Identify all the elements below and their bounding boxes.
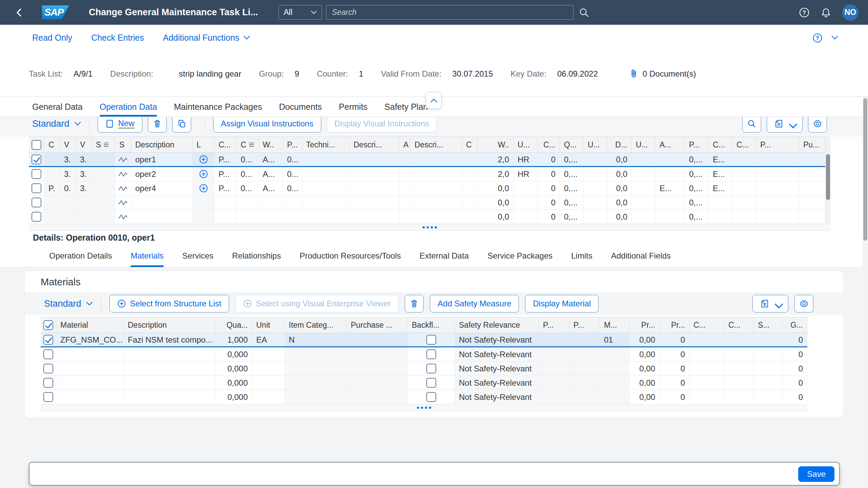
column-header-techni[interactable]: Techni... [302,137,349,152]
column-header-description[interactable]: Description [131,137,193,152]
cell[interactable] [131,196,193,209]
cell[interactable]: A... [259,181,283,195]
column-header-qua[interactable]: Qua... [216,317,252,333]
cell[interactable] [302,210,349,224]
cell[interactable]: 0,... [560,153,584,166]
cell[interactable] [513,210,538,224]
detail-tab-relationships[interactable]: Relationships [232,245,281,267]
column-header-p[interactable]: P... [569,317,600,333]
cell[interactable]: Fazi NSM test compo... [124,333,216,346]
window-scrollbar[interactable] [863,97,868,488]
operations-table-scrollbar[interactable] [825,137,831,224]
row-select-cell[interactable] [41,347,56,361]
cell[interactable] [399,210,410,224]
cell[interactable]: 0... [237,153,259,166]
cell[interactable] [799,210,825,224]
row-select-cell[interactable] [41,362,56,375]
detail-tab-external-data[interactable]: External Data [420,245,469,267]
materials-table-row[interactable]: ZFG_NSM_CO...Fazi NSM test compo...1,000… [41,333,807,347]
cell[interactable] [215,210,237,224]
cell[interactable]: 0 [538,196,560,209]
user-avatar[interactable]: NO [842,4,859,21]
row-select-checkbox[interactable] [43,392,53,402]
column-header-a[interactable]: A... [655,137,685,152]
backflush-checkbox[interactable] [426,335,436,345]
cell[interactable] [124,390,216,404]
operations-table-row[interactable]: 3.3.oper2P...0...A...0...2,0HR00,...0,00… [29,167,831,181]
cell[interactable]: 0,0 [607,153,632,166]
cell[interactable]: 0,000 [216,390,252,404]
tab-operation-data[interactable]: Operation Data [100,97,157,117]
cell[interactable]: 0,0 [607,196,632,209]
cell[interactable]: P... [215,153,237,166]
cell[interactable] [655,210,685,224]
cell[interactable]: 0... [283,167,302,181]
tab-documents[interactable]: Documents [279,97,322,117]
cell[interactable] [732,181,756,195]
operation-graph-cell[interactable] [115,196,131,209]
cell[interactable]: 0 [783,362,807,375]
context-help-icon[interactable]: ? [812,33,823,43]
cell[interactable]: 0 [538,153,560,166]
cell[interactable] [349,153,399,166]
search-input[interactable] [326,5,573,20]
column-header-w[interactable]: W.. [478,137,513,152]
cell[interactable]: 0,... [685,167,709,181]
cell[interactable] [689,376,724,390]
cell[interactable] [283,196,302,209]
column-header-unit[interactable]: Unit [252,317,285,333]
export-button[interactable] [752,295,788,312]
cell[interactable] [302,167,349,181]
cell[interactable]: A... [259,153,283,166]
cell[interactable] [756,196,799,209]
operations-table-row[interactable]: 0,000,...0,00,... [29,210,831,224]
cell[interactable]: 0 [538,210,560,224]
cell[interactable] [799,153,825,166]
export-button[interactable] [767,117,803,133]
cell[interactable] [689,362,724,375]
backflush-cell[interactable] [408,333,455,346]
row-select-checkbox[interactable] [32,155,41,164]
cell[interactable] [756,153,799,166]
cell[interactable] [689,333,724,346]
select-all-cell[interactable] [41,317,56,333]
column-header-u[interactable]: U... [513,137,538,152]
cell[interactable] [754,362,783,375]
cell[interactable] [724,362,754,375]
row-select-checkbox[interactable] [32,169,41,179]
table-settings-button[interactable] [808,117,827,133]
new-row-button[interactable]: New [98,117,142,133]
column-header-d[interactable]: D... [607,137,632,152]
column-header-c[interactable]: C... [538,137,560,152]
cell[interactable] [302,196,349,209]
row-select-cell[interactable] [41,390,56,404]
cell[interactable] [754,333,783,346]
cell[interactable] [259,210,283,224]
row-select-checkbox[interactable] [43,349,53,359]
cell[interactable] [513,181,538,195]
cell[interactable] [56,376,124,390]
cell[interactable] [410,167,462,181]
materials-table-row[interactable]: 0,000Not Safety-Relevant0,0000 [41,376,807,390]
cell[interactable]: E... [655,181,685,195]
cell[interactable]: 0 [783,333,807,346]
column-header-c[interactable]: C... [215,137,237,152]
operations-table-row[interactable]: 0,000,...0,00,... [29,196,831,210]
detail-tab-production-resources-tools[interactable]: Production Resources/Tools [300,245,401,267]
cell[interactable] [399,167,410,181]
cell[interactable]: 0... [237,181,259,195]
column-header-c[interactable]: C... [709,137,732,152]
menu-additional-functions[interactable]: Additional Functions [163,33,250,43]
column-header-q[interactable]: Q... [560,137,584,152]
cell[interactable] [655,167,685,181]
row-select-cell[interactable] [41,333,56,346]
cell[interactable]: EA [252,333,285,346]
table-search-button[interactable] [742,117,761,133]
cell[interactable]: 0,... [685,153,709,166]
column-header-s[interactable]: S [92,137,115,152]
cell[interactable] [349,210,399,224]
cell[interactable] [349,167,399,181]
search-icon[interactable] [579,7,589,18]
column-header-w[interactable]: W.. [259,137,283,152]
cell[interactable] [724,347,754,361]
